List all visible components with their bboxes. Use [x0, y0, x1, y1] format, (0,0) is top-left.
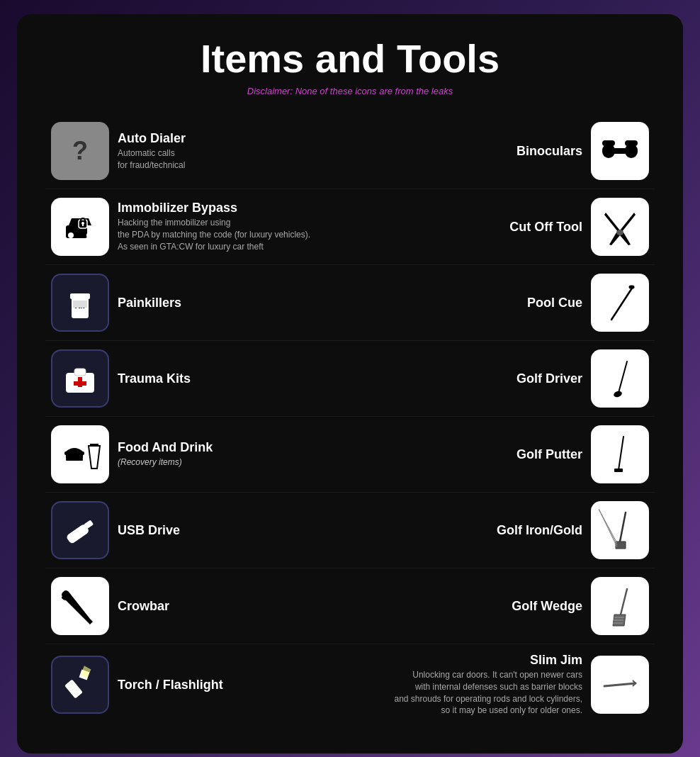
svg-line-38: [599, 509, 617, 547]
golfdriver-svg: [599, 357, 641, 400]
cutoff-text: Cut Off Tool: [356, 220, 591, 235]
fooddrink-icon-box: [51, 425, 109, 483]
fooddrink-svg: [59, 433, 101, 476]
item-poolcue: Pool Cue: [350, 265, 655, 340]
item-golfputter: Golf Putter: [350, 417, 655, 492]
svg-rect-6: [625, 140, 638, 146]
traumakit-text: Trauma Kits: [109, 371, 344, 386]
svg-line-39: [620, 589, 627, 617]
row-5: Food And Drink (Recovery items) Golf Put…: [45, 417, 655, 493]
item-slimjim: Slim Jim Unlocking car doors. It can't o…: [350, 644, 655, 725]
item-golfiron: Golf Iron/Gold: [350, 493, 655, 568]
main-container: Items and Tools Disclaimer: None of thes…: [17, 14, 683, 753]
poolcue-svg: [599, 281, 641, 324]
svg-rect-13: [82, 223, 84, 226]
immobilizer-icon-box: [51, 198, 109, 256]
cutoff-icon-box: [591, 198, 649, 256]
svg-rect-32: [614, 469, 623, 472]
crowbar-icon-box: [51, 577, 109, 635]
traumakit-svg: [59, 357, 101, 400]
painkillers-svg: Rx: [59, 281, 101, 324]
slimjim-svg: [599, 663, 641, 706]
traumakit-icon-box: [51, 349, 109, 408]
items-grid: ? Auto Dialer Automatic callsfor fraud/t…: [45, 113, 655, 725]
svg-rect-43: [64, 679, 83, 698]
svg-rect-24: [74, 381, 86, 386]
golfiron-text: Golf Iron/Gold: [356, 523, 591, 538]
item-traumakit: Trauma Kits: [45, 341, 350, 416]
item-auto-dialer: ? Auto Dialer Automatic callsfor fraud/t…: [45, 113, 350, 189]
svg-rect-5: [602, 140, 615, 146]
page-title: Items and Tools: [45, 35, 655, 82]
cutoff-svg: [599, 206, 641, 248]
svg-line-19: [611, 287, 633, 320]
slimjim-icon-box: [591, 656, 649, 714]
row-2: Immobilizer Bypass Hacking the immobiliz…: [45, 189, 655, 265]
svg-point-26: [613, 390, 623, 398]
item-fooddrink: Food And Drink (Recovery items): [45, 417, 350, 492]
svg-rect-18: [73, 301, 87, 308]
svg-line-31: [619, 437, 623, 470]
usb-icon-box: [51, 501, 109, 559]
svg-rect-28: [66, 455, 83, 459]
item-painkillers: Rx Painkillers: [45, 265, 350, 340]
golfputter-icon-box: [591, 425, 649, 483]
poolcue-icon-box: [591, 274, 649, 332]
golfdriver-text: Golf Driver: [356, 371, 591, 386]
binoculars-icon-box: [591, 122, 649, 180]
golfputter-text: Golf Putter: [356, 447, 591, 462]
flashlight-icon-box: [51, 656, 109, 714]
item-crowbar: Crowbar: [45, 568, 350, 644]
auto-dialer-icon: ?: [51, 122, 109, 180]
svg-line-46: [604, 683, 636, 686]
item-immobilizer: Immobilizer Bypass Hacking the immobiliz…: [45, 189, 350, 264]
item-golfdriver: Golf Driver: [350, 341, 655, 416]
poolcue-text: Pool Cue: [356, 296, 591, 310]
slimjim-text: Slim Jim Unlocking car doors. It can't o…: [356, 653, 591, 717]
painkillers-icon-box: Rx: [51, 274, 109, 332]
row-7: Crowbar Golf Wedge: [45, 568, 655, 644]
svg-point-8: [68, 232, 74, 238]
svg-point-14: [616, 230, 623, 235]
painkillers-text: Painkillers: [109, 296, 344, 310]
item-golfwedge: Golf Wedge: [350, 568, 655, 644]
usb-svg: [59, 509, 101, 551]
row-3: Rx Painkillers Pool Cue: [45, 265, 655, 341]
immobilizer-text: Immobilizer Bypass Hacking the immobiliz…: [109, 201, 344, 252]
svg-rect-16: [70, 293, 90, 299]
golfdriver-icon-box: [591, 349, 649, 408]
item-usb: USB Drive: [45, 493, 350, 568]
crowbar-svg: [59, 585, 101, 627]
row-4: Trauma Kits Golf Driver: [45, 341, 655, 417]
svg-rect-29: [66, 459, 83, 461]
svg-line-35: [620, 512, 626, 542]
flashlight-text: Torch / Flashlight: [109, 678, 344, 692]
binoculars-text: Binoculars: [356, 144, 591, 159]
svg-rect-2: [614, 148, 626, 154]
svg-rect-30: [90, 444, 98, 447]
immobilizer-svg: [59, 206, 101, 248]
golfwedge-svg: [599, 585, 641, 627]
item-flashlight: Torch / Flashlight: [45, 644, 350, 725]
row-8: Torch / Flashlight Slim Jim Unlocking ca…: [45, 644, 655, 725]
svg-line-25: [619, 361, 627, 393]
golfiron-icon-box: [591, 501, 649, 559]
golfiron-svg: [599, 509, 641, 551]
svg-rect-22: [74, 369, 86, 376]
row-6: USB Drive Golf Iron/Gold: [45, 493, 655, 568]
binoculars-svg: [599, 130, 641, 172]
svg-rect-27: [64, 452, 84, 455]
svg-point-9: [86, 232, 92, 238]
golfputter-svg: [599, 433, 641, 476]
auto-dialer-text: Auto Dialer Automatic callsfor fraud/tec…: [109, 131, 344, 172]
row-1: ? Auto Dialer Automatic callsfor fraud/t…: [45, 113, 655, 189]
disclaimer: Disclaimer: None of these icons are from…: [45, 86, 655, 96]
flashlight-svg: [59, 663, 101, 706]
item-cutoff: Cut Off Tool: [350, 189, 655, 264]
golfwedge-icon-box: [591, 577, 649, 635]
golfwedge-text: Golf Wedge: [356, 599, 591, 614]
fooddrink-text: Food And Drink (Recovery items): [109, 440, 344, 469]
item-binoculars: Binoculars: [350, 113, 655, 189]
crowbar-text: Crowbar: [109, 599, 344, 614]
usb-text: USB Drive: [109, 523, 344, 538]
